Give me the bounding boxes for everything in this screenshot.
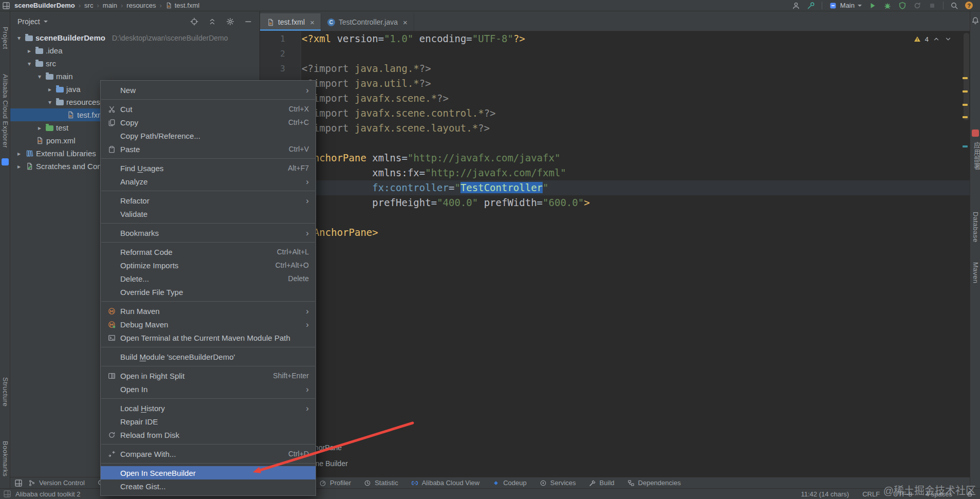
tree-chevron-icon[interactable]: ▾ <box>15 34 23 42</box>
code-line[interactable]: <?import java.util.*?> <box>260 76 970 91</box>
tree-row-idea[interactable]: ▸.idea <box>10 44 260 57</box>
code-line[interactable]: prefHeight="400.0" prefWidth="600.0"> <box>260 195 970 210</box>
gear-icon[interactable] <box>226 17 234 26</box>
menu-item-reformat-code[interactable]: Reformat CodeCtrl+Alt+L <box>101 245 316 258</box>
coverage-button[interactable] <box>898 2 907 10</box>
collapse-all-icon[interactable] <box>208 17 216 26</box>
menu-item-refactor[interactable]: Refactor› <box>101 194 316 207</box>
menu-item-cut[interactable]: CutCtrl+X <box>101 102 316 116</box>
breadcrumb-item-scenebuilderdemo[interactable]: sceneBuilderDemo <box>14 2 75 9</box>
code-line[interactable] <box>260 136 970 151</box>
menu-item-optimize-imports[interactable]: Optimize ImportsCtrl+Alt+O <box>101 258 316 272</box>
menu-item-compare-with[interactable]: Compare With...Ctrl+D <box>101 447 316 460</box>
stop-icon[interactable] <box>928 2 936 10</box>
previous-problem-icon[interactable] <box>932 35 940 43</box>
tree-chevron-icon[interactable]: ▾ <box>36 73 43 80</box>
menu-item-run-maven[interactable]: Run Maven› <box>101 304 316 318</box>
menu-item-bookmarks[interactable]: Bookmarks› <box>101 226 316 239</box>
caret-position[interactable]: 11:42 (14 chars) <box>801 490 849 498</box>
code-line[interactable]: <AnchorPane xmlns="http://javafx.com/jav… <box>260 151 970 165</box>
run-button[interactable] <box>868 2 877 10</box>
tool-stripe-bookmarks[interactable]: Bookmarks <box>2 441 9 477</box>
menu-item-local-history[interactable]: Local History› <box>101 401 316 415</box>
code-line[interactable]: <?import javafx.scene.*?> <box>260 91 970 106</box>
status-message[interactable]: Alibaba cloud toolkit 2 <box>15 490 80 498</box>
breadcrumb-item-src[interactable]: src <box>84 2 93 9</box>
run-configuration-selector[interactable]: Main <box>829 2 862 10</box>
breadcrumb-item-test-fxml[interactable]: test.fxml <box>165 2 199 9</box>
code-line[interactable]: <?import java.lang.*?> <box>260 61 970 76</box>
tree-row-scenebuilderdemo[interactable]: ▾sceneBuilderDemoD:\desktop\zwan\sceneBu… <box>10 31 260 44</box>
editor-tab-testcontroller-java[interactable]: CTestController.java× <box>321 13 414 31</box>
breadcrumb-item-main[interactable]: main <box>103 2 117 9</box>
status-corner-icon[interactable] <box>3 490 11 498</box>
search-icon[interactable] <box>950 2 958 10</box>
user-icon[interactable] <box>792 2 800 10</box>
close-icon[interactable]: × <box>310 18 315 27</box>
menu-item-reload-from-disk[interactable]: Reload from Disk <box>101 428 316 441</box>
menu-item-paste[interactable]: PasteCtrl+V <box>101 142 316 156</box>
menu-item-validate[interactable]: Validate <box>101 207 316 220</box>
code-line[interactable]: </AnchorPane> <box>260 225 970 240</box>
inspections-widget[interactable]: 4 <box>913 35 952 43</box>
help-icon[interactable]: ? <box>965 2 973 9</box>
code-editor[interactable]: <?xml version="1.0" encoding="UTF-8"?><?… <box>260 31 970 440</box>
code-line[interactable]: <?import javafx.scene.layout.*?> <box>260 121 970 136</box>
menu-item-open-in-scenebuilder[interactable]: Open In SceneBuilder <box>101 466 316 479</box>
select-opened-file-icon[interactable] <box>190 17 198 26</box>
menu-item-copy-path-reference[interactable]: Copy Path/Reference... <box>101 129 316 142</box>
editor-scrollbar[interactable] <box>964 33 969 120</box>
tool-window-toggle-icon[interactable] <box>14 479 23 487</box>
tool-window-button-codeup[interactable]: Codeup <box>492 479 527 487</box>
notifications-bell-icon[interactable] <box>971 16 979 25</box>
menu-item-open-terminal-at-the-current-maven-module-path[interactable]: Open Terminal at the Current Maven Modul… <box>101 331 316 344</box>
tool-stripe-alibaba-cloud-explorer[interactable]: Alibaba Cloud Explorer <box>2 74 9 148</box>
tree-chevron-icon[interactable]: ▸ <box>15 163 23 170</box>
tool-window-button-alibaba-cloud-view[interactable]: Alibaba Cloud View <box>411 479 480 487</box>
editor-tab-test-fxml[interactable]: test.fxml× <box>260 13 321 31</box>
menu-item-repair-ide[interactable]: Repair IDE <box>101 415 316 428</box>
tool-stripe-item[interactable]: 应用部署 <box>972 142 980 170</box>
menu-item-open-in[interactable]: Open In› <box>101 382 316 396</box>
line-separator[interactable]: CRLF <box>862 490 880 498</box>
tree-row-src[interactable]: ▾src <box>10 57 260 70</box>
tree-chevron-icon[interactable]: ▸ <box>36 124 43 132</box>
tool-stripe-structure[interactable]: Structure <box>2 377 9 406</box>
tree-chevron-icon[interactable]: ▾ <box>46 99 53 106</box>
warning-stripe-mark[interactable] <box>963 90 968 93</box>
tool-window-button-build[interactable]: Build <box>588 479 615 487</box>
warning-stripe-mark[interactable] <box>963 104 968 106</box>
warning-stripe-mark[interactable] <box>963 116 968 118</box>
menu-item-build-module-scenebuilderdemo[interactable]: Build Module 'sceneBuilderDemo' <box>101 350 316 363</box>
menu-item-new[interactable]: New› <box>101 83 316 97</box>
menu-item-create-gist[interactable]: Create Gist... <box>101 479 316 493</box>
code-line[interactable]: <?import javafx.scene.control.*?> <box>260 106 970 121</box>
tree-chevron-icon[interactable]: ▸ <box>46 86 53 93</box>
menu-item-debug-maven[interactable]: Debug Maven› <box>101 318 316 331</box>
menu-item-copy[interactable]: CopyCtrl+C <box>101 116 316 129</box>
tool-window-button-profiler[interactable]: Profiler <box>319 479 351 487</box>
code-line[interactable] <box>260 210 970 225</box>
hide-panel-icon[interactable] <box>244 17 252 26</box>
tool-stripe-database[interactable]: Database <box>972 212 979 243</box>
breadcrumb-item-resources[interactable]: resources <box>126 2 156 9</box>
project-panel-title[interactable]: Project <box>17 17 40 26</box>
tree-chevron-icon[interactable]: ▸ <box>26 47 33 54</box>
tree-chevron-icon[interactable]: ▸ <box>15 150 23 157</box>
alibaba-cloud-stripe-icon[interactable] <box>2 158 9 165</box>
code-line[interactable]: fx:controller="TestController" <box>260 180 970 195</box>
tool-window-button-statistic[interactable]: Statistic <box>363 479 398 487</box>
next-problem-icon[interactable] <box>944 35 952 43</box>
tool-window-button-services[interactable]: Services <box>539 479 576 487</box>
code-line[interactable]: <?xml version="1.0" encoding="UTF-8"?> <box>260 31 970 46</box>
close-icon[interactable]: × <box>403 18 408 27</box>
main-menu-icon[interactable] <box>2 2 10 10</box>
menu-item-delete[interactable]: Delete...Delete <box>101 272 316 285</box>
menu-item-open-in-right-split[interactable]: Open in Right SplitShift+Enter <box>101 369 316 382</box>
menu-item-analyze[interactable]: Analyze› <box>101 175 316 188</box>
code-line[interactable] <box>260 46 970 61</box>
warning-stripe-mark[interactable] <box>963 77 968 79</box>
tool-window-button-version-control[interactable]: Version Control <box>28 479 85 487</box>
menu-item-find-usages[interactable]: Find UsagesAlt+F7 <box>101 161 316 175</box>
tool-stripe-project[interactable]: Project <box>2 27 9 49</box>
